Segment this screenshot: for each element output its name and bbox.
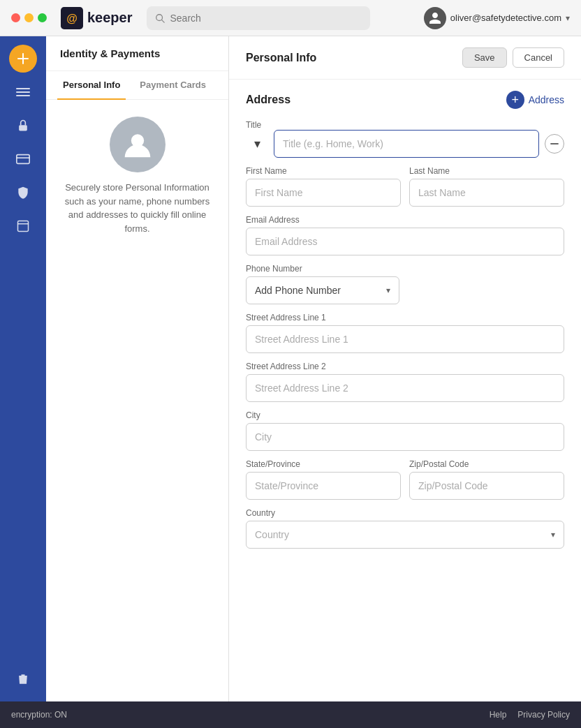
phone-dropdown[interactable]: Add Phone Number ▾ — [246, 276, 399, 304]
add-button[interactable] — [9, 45, 37, 73]
street1-input[interactable] — [246, 325, 564, 353]
address-section-header: Address + Address — [246, 91, 564, 109]
country-group: Country Country ▾ — [246, 508, 564, 549]
sidebar-menu-icon[interactable] — [9, 78, 37, 106]
name-row: First Name Last Name — [246, 166, 564, 207]
user-menu-chevron-icon: ▾ — [566, 13, 570, 23]
svg-rect-8 — [16, 95, 30, 96]
content-header: Personal Info Save Cancel — [229, 36, 581, 80]
tab-personal-info[interactable]: Personal Info — [57, 71, 126, 100]
city-row: City — [246, 410, 564, 451]
sidebar-shield-icon[interactable] — [9, 179, 37, 207]
help-link[interactable]: Help — [490, 710, 507, 720]
keeper-logo-icon: @ — [61, 7, 83, 29]
state-zip-row: State/Province Zip/Postal Code — [246, 459, 564, 500]
last-name-label: Last Name — [409, 166, 564, 176]
title-dropdown-arrow-icon[interactable]: ▾ — [246, 131, 268, 156]
street2-group: Street Address Line 2 — [246, 362, 564, 402]
minimize-button[interactable] — [24, 13, 34, 22]
header-actions: Save Cancel — [462, 47, 564, 68]
form-section: Address + Address Title ▾ — [229, 80, 581, 568]
nav-sidebar-title: Identity & Payments — [46, 36, 228, 71]
add-address-button[interactable]: + Address — [506, 91, 564, 109]
street1-row: Street Address Line 1 — [246, 313, 564, 353]
svg-text:@: @ — [66, 13, 78, 24]
street2-row: Street Address Line 2 — [246, 362, 564, 402]
footer: encryption: ON Help Privacy Policy — [0, 701, 581, 728]
avatar-section: Securely store Personal Information such… — [46, 100, 228, 252]
country-dropdown[interactable]: Country ▾ — [246, 521, 564, 549]
close-button[interactable] — [11, 13, 20, 22]
title-field-group: Title ▾ — [246, 120, 564, 158]
app-logo: @ keeper — [61, 7, 133, 29]
title-row: ▾ — [246, 130, 564, 158]
sidebar-card-icon[interactable] — [9, 145, 37, 173]
svg-rect-7 — [16, 91, 30, 93]
street1-label: Street Address Line 1 — [246, 313, 564, 322]
last-name-group: Last Name — [409, 166, 564, 207]
page-title: Personal Info — [246, 52, 316, 64]
remove-address-button[interactable] — [545, 134, 564, 154]
email-label: Email Address — [246, 215, 564, 225]
svg-rect-12 — [18, 221, 29, 232]
country-chevron-icon: ▾ — [551, 530, 555, 540]
sidebar-window-icon[interactable] — [9, 212, 37, 240]
svg-rect-9 — [19, 125, 27, 131]
email-row: Email Address — [246, 215, 564, 255]
street2-input[interactable] — [246, 374, 564, 402]
phone-label: Phone Number — [246, 264, 564, 274]
zip-input[interactable] — [409, 472, 564, 500]
encryption-status: encryption: ON — [11, 710, 67, 720]
app-name: keeper — [87, 10, 133, 26]
title-label: Title — [246, 120, 564, 130]
main-layout: Identity & Payments Personal Info Paymen… — [0, 36, 581, 701]
country-placeholder: Country — [255, 529, 289, 540]
state-label: State/Province — [246, 459, 401, 469]
city-input[interactable] — [246, 423, 564, 451]
maximize-button[interactable] — [38, 13, 47, 22]
user-menu[interactable]: oliver@safetydetective.com ▾ — [424, 7, 570, 29]
city-group: City — [246, 410, 564, 451]
state-input[interactable] — [246, 472, 401, 500]
sidebar-lock-icon[interactable] — [9, 112, 37, 140]
traffic-lights — [11, 13, 47, 22]
search-bar[interactable] — [147, 6, 370, 30]
avatar — [110, 117, 166, 172]
footer-links: Help Privacy Policy — [490, 710, 570, 720]
phone-row: Phone Number Add Phone Number ▾ — [246, 264, 564, 304]
svg-rect-10 — [17, 155, 29, 164]
nav-sidebar: Identity & Payments Personal Info Paymen… — [46, 36, 229, 701]
first-name-group: First Name — [246, 166, 401, 207]
tab-payment-cards[interactable]: Payment Cards — [134, 71, 212, 100]
nav-tabs: Personal Info Payment Cards — [46, 71, 228, 100]
zip-label: Zip/Postal Code — [409, 459, 564, 469]
email-input[interactable] — [246, 228, 564, 255]
title-input[interactable] — [274, 130, 539, 158]
icon-sidebar — [0, 36, 46, 701]
state-group: State/Province — [246, 459, 401, 500]
city-label: City — [246, 410, 564, 420]
last-name-input[interactable] — [409, 179, 564, 207]
title-input-wrap — [274, 130, 539, 158]
save-button[interactable]: Save — [462, 47, 507, 68]
phone-dropdown-label: Add Phone Number — [255, 285, 341, 296]
svg-rect-6 — [16, 88, 30, 89]
titlebar: @ keeper oliver@safetydetective.com ▾ — [0, 0, 581, 36]
first-name-input[interactable] — [246, 179, 401, 207]
privacy-policy-link[interactable]: Privacy Policy — [517, 710, 570, 720]
user-email-label: oliver@safetydetective.com — [450, 13, 561, 23]
sidebar-trash-icon[interactable] — [9, 665, 37, 693]
phone-dropdown-chevron-icon: ▾ — [386, 285, 390, 295]
search-input[interactable] — [170, 13, 362, 24]
email-group: Email Address — [246, 215, 564, 255]
cancel-button[interactable]: Cancel — [513, 47, 564, 68]
content-area: Personal Info Save Cancel Address + Addr… — [229, 36, 581, 701]
add-address-label: Address — [529, 94, 564, 105]
add-address-circle-icon: + — [506, 91, 524, 109]
phone-group: Phone Number Add Phone Number ▾ — [246, 264, 564, 304]
avatar-description: Securely store Personal Information such… — [57, 181, 217, 235]
street1-group: Street Address Line 1 — [246, 313, 564, 353]
street2-label: Street Address Line 2 — [246, 362, 564, 371]
search-icon — [155, 13, 165, 23]
address-section-title: Address — [246, 94, 290, 106]
